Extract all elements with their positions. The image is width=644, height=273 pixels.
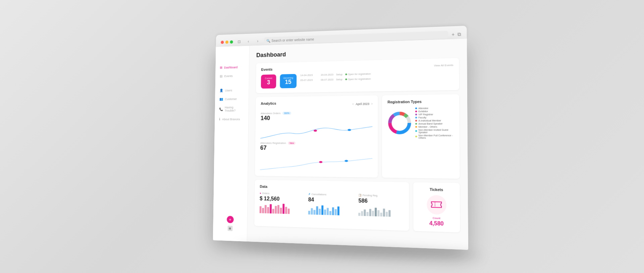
upcoming-count: 15	[283, 79, 293, 85]
reg-types-content: Attendee Exhibitor VIP Registrar	[387, 107, 453, 139]
orders-badge: 300%	[282, 112, 291, 115]
event-status: Open for registration	[345, 72, 371, 76]
legend-individual: A-Individual Member	[415, 119, 453, 122]
svg-point-3	[344, 160, 348, 162]
users-icon: 👤	[219, 88, 223, 92]
prev-month-icon[interactable]: ‹	[353, 102, 354, 106]
sidebar-item-trouble[interactable]: 📞 Having Trouble?	[215, 104, 249, 114]
trouble-icon: 📞	[219, 107, 223, 111]
pending-bar-chart	[359, 204, 404, 217]
legend-dot-vip	[415, 114, 417, 115]
data-metrics: ● Orders $ 12,560	[260, 192, 404, 217]
upcoming-label: Upcoming	[283, 76, 293, 79]
main-content: Dashboard Events View All Events Current…	[247, 39, 468, 250]
event-date1: 14-04-2023	[300, 73, 318, 77]
pending-metric: 📋 Pending Reg. 586	[359, 193, 404, 217]
sidebar-item-about[interactable]: ℹ About Bravura	[215, 115, 248, 123]
pending-metric-icon: 📋	[359, 193, 362, 196]
reg-sparkline	[260, 155, 372, 173]
ticket-count-label: Count	[433, 216, 440, 219]
browser-actions: + ⧉	[452, 31, 461, 37]
cancellations-metric-label: ✗ Cancellations	[308, 192, 352, 196]
event-date2: 20-04-2023	[321, 73, 333, 76]
legend-dot-exhibitor	[415, 110, 417, 112]
donut-chart	[387, 111, 412, 135]
legend-dot-band	[415, 123, 417, 124]
sidebar-item-users[interactable]: 👤 Users	[215, 86, 249, 94]
cancellations-metric-value: 84	[308, 196, 352, 203]
event-row-2: 05-07-2023 08-07-2023 Setup Open for reg…	[300, 75, 453, 81]
maximize-button[interactable]	[230, 40, 233, 44]
cancellations-bar-chart	[308, 202, 352, 215]
legend-dot-non-member-guest	[415, 130, 417, 132]
dashboard-icon: ⊞	[220, 66, 222, 69]
next-month-icon[interactable]: ›	[371, 102, 372, 106]
legend-dot-attendee	[415, 107, 417, 109]
analytics-month-label: April 2023	[356, 102, 369, 105]
svg-point-2	[319, 161, 322, 163]
reg-types-title: Registration Types	[387, 99, 453, 104]
orders-metric: ● Orders $ 12,560	[260, 192, 302, 214]
sidebar-item-dashboard[interactable]: ⊞ Dashboard	[216, 63, 249, 71]
event-date3: 05-07-2023	[300, 78, 318, 82]
reg-badge: New	[288, 141, 296, 144]
data-title: Data	[260, 184, 404, 191]
sidebar-item-events[interactable]: ▤ Events	[215, 72, 249, 80]
reg-legend: Attendee Exhibitor VIP Registrar	[415, 107, 454, 139]
orders-stat: Attendees Orders 300% 140	[261, 111, 373, 122]
status-dot	[345, 73, 347, 75]
sidebar-about-label: About Bravura	[222, 117, 240, 121]
pending-metric-value: 586	[359, 198, 404, 205]
events-section: Events View All Events Current 3 Upcomin…	[256, 58, 459, 93]
legend-faculty: Faculty	[415, 116, 453, 119]
analytics-title: Analytics	[261, 101, 276, 105]
svg-point-1	[347, 129, 351, 131]
browser-body: ⊞ Dashboard ▤ Events 👤 Users 👥 Customer …	[213, 39, 468, 250]
sidebar-item-customer[interactable]: 👥 Customer	[215, 95, 249, 103]
event-date4: 08-07-2023	[321, 78, 333, 81]
tickets-card: Tickets Count 4,580	[413, 182, 460, 232]
events-row: Current 3 Upcoming 15 14-04-2023 20-04-2…	[261, 70, 453, 88]
minimize-button[interactable]	[225, 40, 228, 44]
traffic-lights	[221, 40, 233, 44]
orders-value: 140	[261, 114, 373, 122]
events-header: Events View All Events	[261, 63, 453, 71]
add-button[interactable]: +	[227, 216, 234, 223]
sidebar-toggle-icon[interactable]: ⊡	[236, 38, 243, 45]
view-all-events[interactable]: View All Events	[434, 63, 453, 67]
orders-metric-icon: ●	[260, 192, 261, 195]
legend-vip: VIP Registrar	[415, 113, 453, 116]
sidebar-events-label: Events	[224, 74, 233, 77]
orders-sparkline	[260, 125, 372, 142]
grid-button[interactable]: ⊟	[227, 225, 232, 231]
tickets-title: Tickets	[430, 187, 443, 192]
events-list: 14-04-2023 20-04-2023 Setup Open for reg…	[300, 70, 453, 82]
orders-metric-label: ● Orders	[260, 192, 302, 195]
legend-dot-faculty	[415, 117, 417, 118]
legend-dot-non-member-conf	[415, 136, 417, 137]
new-tab-icon[interactable]: +	[452, 31, 455, 37]
data-card: Data ● Orders $ 12,560	[254, 180, 409, 230]
about-icon: ℹ	[219, 117, 220, 121]
legend-non-member-conf: Non-Member Full Conference - Others	[415, 134, 454, 139]
back-icon[interactable]: ‹	[245, 38, 252, 45]
analytics-card-header: Analytics ‹ April 2023 ›	[261, 100, 372, 108]
upcoming-badge: Upcoming 15	[280, 74, 296, 88]
sidebar-bottom: + ⊟	[213, 212, 247, 235]
legend-band: Annual Band Speaker	[415, 122, 453, 125]
cancellations-metric-icon: ✗	[308, 192, 311, 195]
data-row: Data ● Orders $ 12,560	[254, 180, 460, 232]
ticket-icon	[427, 195, 446, 214]
cancellations-metric: ✗ Cancellations 84	[308, 192, 352, 215]
close-button[interactable]	[221, 41, 224, 44]
copy-icon[interactable]: ⧉	[458, 31, 461, 37]
legend-attendee: Attendee	[415, 107, 453, 109]
orders-metric-value: $ 12,560	[260, 195, 302, 202]
current-badge: Current 3	[261, 74, 276, 88]
legend-dot-individual	[415, 120, 417, 121]
status-dot2	[345, 78, 347, 80]
legend-exhibitor: Exhibitor	[415, 110, 453, 112]
registration-types-card: Registration Types	[382, 94, 460, 179]
sidebar-users-label: Users	[225, 88, 232, 92]
forward-icon[interactable]: ›	[255, 38, 261, 44]
